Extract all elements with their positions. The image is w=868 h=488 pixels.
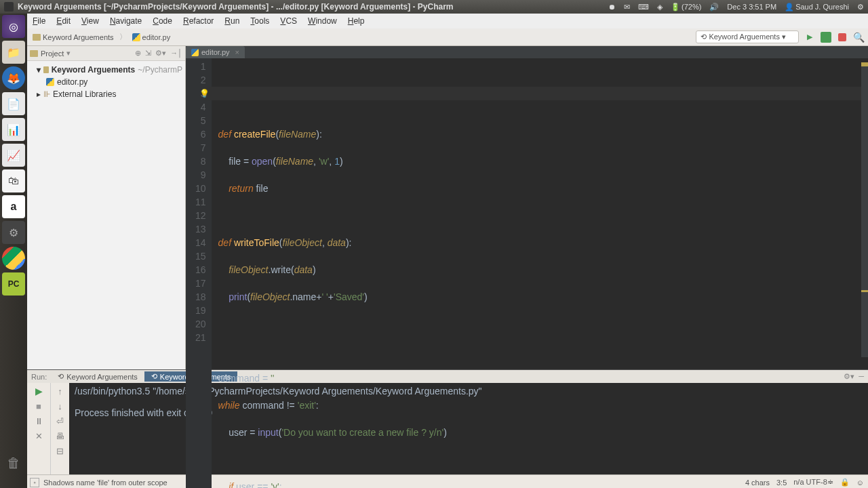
run-label: Run: — [27, 373, 51, 381]
scroll-to-icon[interactable]: ⊕ — [135, 49, 141, 58]
code-editor[interactable]: 123456789101112131415161718192021 💡 def … — [186, 58, 868, 488]
tree-external-libs[interactable]: ▸ ⊪ External Libraries — [27, 88, 185, 100]
down-button[interactable]: ↓ — [55, 401, 66, 411]
writer-icon[interactable]: 📄 — [2, 92, 25, 115]
software-icon[interactable]: 🛍 — [2, 169, 25, 192]
volume-icon[interactable]: 🔊 — [709, 3, 719, 12]
menu-view[interactable]: View — [76, 15, 104, 27]
menu-file[interactable]: File — [27, 15, 51, 27]
calc-icon[interactable]: 📊 — [2, 118, 25, 141]
breadcrumb: Keyword Arguements 〉 editor.py — [30, 32, 173, 43]
hide-icon[interactable]: →│ — [170, 49, 182, 58]
run-tab-1[interactable]: ⟲ Keyword Arguements — [51, 371, 144, 382]
collapse-icon[interactable]: ⇲ — [145, 49, 151, 58]
tree-file[interactable]: editor.py — [27, 76, 185, 88]
editor-tabs: editor.py× — [186, 46, 868, 58]
editor: editor.py× 12345678910111213141516171819… — [186, 46, 868, 369]
breadcrumb-file[interactable]: editor.py — [130, 32, 174, 43]
app-icon — [4, 2, 14, 12]
folder-icon — [33, 34, 41, 41]
warning-mark[interactable] — [861, 290, 868, 292]
menu-tools[interactable]: Tools — [245, 15, 275, 27]
menu-help[interactable]: Help — [342, 15, 370, 27]
chrome-icon[interactable] — [2, 247, 25, 270]
debug-button[interactable] — [821, 32, 831, 43]
keyboard-icon[interactable]: ⌨ — [638, 3, 649, 12]
tree-root[interactable]: ▾ Keyword Arguements ~/PycharmP — [27, 64, 185, 76]
stop-button[interactable] — [837, 32, 848, 43]
menu-navigate[interactable]: Navigate — [104, 15, 147, 27]
menu-window[interactable]: Window — [302, 15, 342, 27]
navigation-toolbar: Keyword Arguements 〉 editor.py ⟲ Keyword… — [0, 28, 868, 46]
folder-icon — [30, 50, 38, 57]
code-body[interactable]: 💡 def createFile(fileName): file = open(… — [212, 58, 868, 488]
menu-edit[interactable]: Edit — [51, 15, 76, 27]
menu-code[interactable]: Code — [147, 15, 178, 27]
inspection-indicator[interactable] — [861, 62, 868, 66]
chevron-down-icon[interactable]: ▾ — [66, 49, 71, 58]
files-icon[interactable]: 📁 — [2, 41, 25, 64]
window-titlebar: Keyword Arguements [~/PycharmProjects/Ke… — [0, 0, 868, 14]
editor-tab[interactable]: editor.py× — [186, 46, 245, 58]
menu-run[interactable]: Run — [219, 15, 245, 27]
status-message: Shadows name 'file' from outer scope — [43, 479, 167, 487]
project-panel: Project ▾ ⊕ ⇲ ⚙▾ →│ ▾ Keyword Arguements… — [27, 46, 186, 369]
run-button[interactable]: ▶ — [804, 32, 815, 43]
record-icon[interactable]: ⏺ — [608, 3, 616, 11]
run-controls: ▶ ■ ⏸ ✕ — [27, 383, 50, 474]
folder-icon — [43, 66, 49, 73]
search-button[interactable]: 🔍 — [853, 32, 864, 43]
network-icon[interactable]: ◈ — [657, 3, 663, 12]
firefox-icon[interactable]: 🦊 — [2, 66, 25, 89]
menu-refactor[interactable]: Refactor — [178, 15, 219, 27]
run-config-dropdown[interactable]: ⟲ Keyword Arguements ▾ — [696, 30, 799, 43]
up-button[interactable]: ↑ — [55, 386, 66, 396]
ubuntu-launcher: ◎ 📁 🦊 📄 📊 📈 🛍 a ⚙ PC 🗑 — [0, 14, 27, 488]
project-panel-header[interactable]: Project ▾ ⊕ ⇲ ⚙▾ →│ — [27, 46, 185, 61]
battery-icon[interactable]: 🔋(72%) — [671, 3, 701, 12]
main-menubar: File Edit View Navigate Code Refactor Ru… — [0, 14, 868, 28]
system-tray: ⏺ ✉ ⌨ ◈ 🔋(72%) 🔊 Dec 3 3:51 PM 👤 Saud J.… — [608, 3, 864, 12]
power-icon[interactable]: ⚙ — [857, 3, 864, 12]
rerun-button[interactable]: ▶ — [33, 386, 44, 396]
close-button[interactable]: ✕ — [33, 430, 44, 441]
gear-icon[interactable]: ⚙▾ — [155, 49, 166, 58]
chevron-right-icon: 〉 — [119, 32, 127, 42]
project-tree: ▾ Keyword Arguements ~/PycharmP editor.p… — [27, 61, 185, 103]
gutter: 123456789101112131415161718192021 — [186, 58, 212, 488]
trash-icon[interactable]: 🗑 — [2, 451, 25, 474]
user-menu[interactable]: 👤 Saud J. Qureshi — [785, 3, 849, 12]
pause-button[interactable]: ⏸ — [33, 415, 44, 426]
python-icon — [191, 49, 199, 56]
editor-minimap[interactable] — [861, 62, 868, 357]
delete-button[interactable]: ⊟ — [55, 445, 66, 456]
print-button[interactable]: 🖶 — [55, 430, 66, 441]
settings-icon[interactable]: ⚙ — [2, 221, 25, 244]
python-icon — [132, 33, 140, 41]
intention-bulb-icon[interactable]: 💡 — [199, 87, 210, 100]
python-icon — [46, 78, 54, 86]
mail-icon[interactable]: ✉ — [624, 3, 630, 12]
tool-windows-icon[interactable]: ▫ — [30, 478, 39, 487]
dash-icon[interactable]: ◎ — [2, 15, 25, 38]
pycharm-icon[interactable]: PC — [2, 272, 25, 296]
close-icon[interactable]: × — [235, 48, 239, 56]
library-icon: ⊪ — [43, 89, 50, 99]
amazon-icon[interactable]: a — [2, 195, 25, 218]
stop-button[interactable]: ■ — [33, 401, 44, 411]
clock[interactable]: Dec 3 3:51 PM — [727, 3, 776, 11]
breadcrumb-root[interactable]: Keyword Arguements — [30, 32, 117, 43]
run-controls-2: ↑ ↓ ⏎ 🖶 ⊟ — [50, 383, 69, 474]
impress-icon[interactable]: 📈 — [2, 144, 25, 167]
wrap-button[interactable]: ⏎ — [55, 415, 66, 426]
window-title: Keyword Arguements [~/PycharmProjects/Ke… — [18, 2, 453, 12]
menu-vcs[interactable]: VCS — [275, 15, 302, 27]
